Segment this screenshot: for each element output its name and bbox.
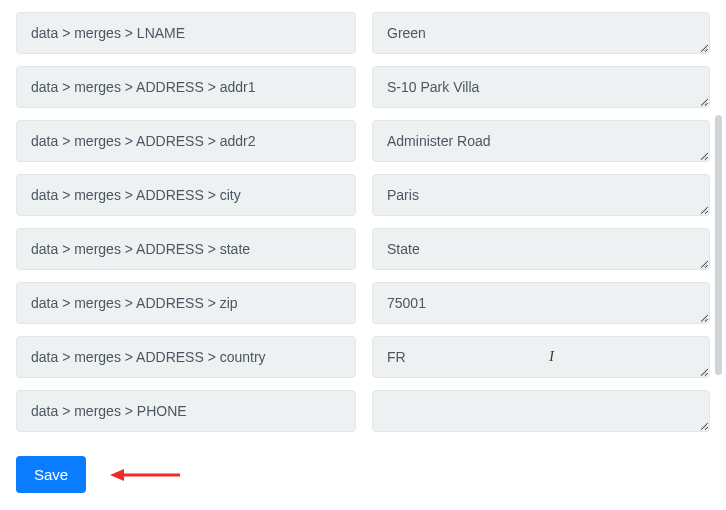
row-label: data > merges > ADDRESS > country [16, 336, 356, 378]
form-row: data > merges > ADDRESS > addr1S-10 Park… [16, 66, 710, 108]
row-label: data > merges > ADDRESS > city [16, 174, 356, 216]
form-row: data > merges > ADDRESS > cityParis [16, 174, 710, 216]
svg-marker-1 [110, 469, 124, 481]
button-row: Save [16, 456, 710, 493]
form-row: data > merges > ADDRESS > countryFRI [16, 336, 710, 378]
row-label: data > merges > ADDRESS > addr1 [16, 66, 356, 108]
row-label: data > merges > ADDRESS > state [16, 228, 356, 270]
form-row: data > merges > PHONE [16, 390, 710, 432]
arrow-annotation [110, 466, 180, 484]
row-label: data > merges > PHONE [16, 390, 356, 432]
row-value-input[interactable]: Green [372, 12, 710, 54]
form-rows: data > merges > LNAMEGreendata > merges … [16, 12, 710, 432]
scrollbar[interactable] [715, 115, 722, 375]
row-label: data > merges > ADDRESS > addr2 [16, 120, 356, 162]
row-value-input[interactable]: S-10 Park Villa [372, 66, 710, 108]
row-value-input[interactable]: 75001 [372, 282, 710, 324]
row-value-input[interactable]: Paris [372, 174, 710, 216]
row-value-input[interactable]: State [372, 228, 710, 270]
row-label: data > merges > LNAME [16, 12, 356, 54]
row-value-input[interactable]: Administer Road [372, 120, 710, 162]
form-row: data > merges > ADDRESS > stateState [16, 228, 710, 270]
save-button[interactable]: Save [16, 456, 86, 493]
form-row: data > merges > ADDRESS > zip75001 [16, 282, 710, 324]
row-value-input[interactable]: FRI [372, 336, 710, 378]
text-cursor-icon: I [549, 349, 554, 365]
form-row: data > merges > ADDRESS > addr2Administe… [16, 120, 710, 162]
row-value-input[interactable] [372, 390, 710, 432]
row-label: data > merges > ADDRESS > zip [16, 282, 356, 324]
form-row: data > merges > LNAMEGreen [16, 12, 710, 54]
